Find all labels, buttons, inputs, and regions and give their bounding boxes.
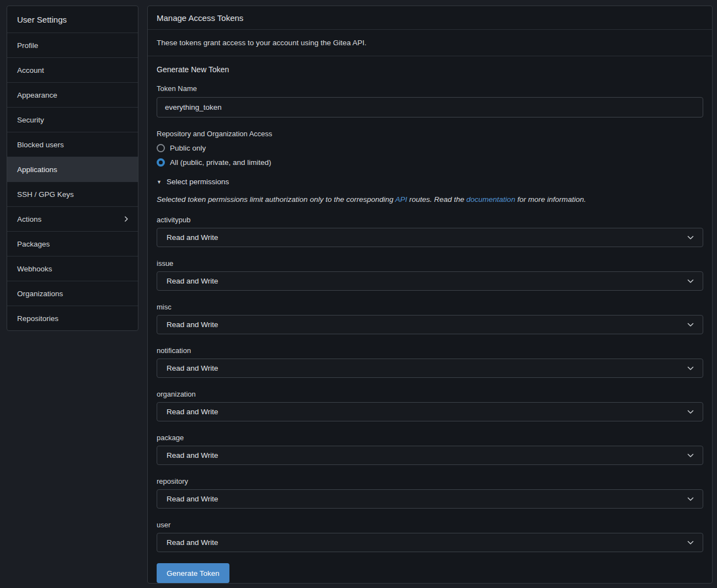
sidebar-item-account[interactable]: Account <box>7 57 138 82</box>
sidebar-item-appearance[interactable]: Appearance <box>7 82 138 107</box>
scope-group-issue: issue Read and Write <box>157 259 703 291</box>
sidebar-item-profile[interactable]: Profile <box>7 33 138 57</box>
radio-icon <box>157 144 165 152</box>
scope-select-repository[interactable]: Read and Write <box>157 489 703 509</box>
sidebar-item-label: Security <box>17 116 44 124</box>
scope-label: user <box>157 521 703 529</box>
radio-label: All (public, private, and limited) <box>170 158 271 167</box>
chevron-down-icon <box>687 541 694 545</box>
scope-select-misc[interactable]: Read and Write <box>157 315 703 334</box>
scope-select-activitypub[interactable]: Read and Write <box>157 228 703 247</box>
sidebar-item-label: SSH / GPG Keys <box>17 190 74 199</box>
selected-option: Read and Write <box>167 408 218 416</box>
chevron-down-icon <box>687 323 694 327</box>
sidebar-item-label: Organizations <box>17 290 63 298</box>
select-permissions-label: Select permissions <box>167 178 229 186</box>
token-name-label: Token Name <box>157 84 703 93</box>
chevron-down-icon <box>687 236 694 240</box>
chevron-down-icon <box>687 366 694 371</box>
selected-option: Read and Write <box>167 320 218 329</box>
selected-option: Read and Write <box>167 277 218 285</box>
radio-public-only[interactable]: Public only <box>157 144 703 152</box>
scope-select-organization[interactable]: Read and Write <box>157 402 703 421</box>
generate-token-button[interactable]: Generate Token <box>157 563 229 583</box>
sidebar-item-label: Packages <box>17 240 50 248</box>
sidebar-item-ssh-gpg-keys[interactable]: SSH / GPG Keys <box>7 181 138 206</box>
sidebar-item-label: Webhooks <box>17 265 52 273</box>
scope-label: issue <box>157 259 703 268</box>
chevron-down-icon <box>687 497 694 501</box>
sidebar-item-applications[interactable]: Applications <box>7 157 138 181</box>
scope-label: notification <box>157 346 703 355</box>
scope-label: organization <box>157 390 703 398</box>
sidebar-item-actions[interactable]: Actions <box>7 206 138 231</box>
scope-group-misc: misc Read and Write <box>157 303 703 334</box>
scope-group-notification: notification Read and Write <box>157 346 703 378</box>
radio-all-access[interactable]: All (public, private, and limited) <box>157 158 703 167</box>
scope-group-repository: repository Read and Write <box>157 477 703 509</box>
radio-selected-icon <box>157 158 165 167</box>
sidebar-item-label: Appearance <box>17 91 57 99</box>
settings-sidebar: User Settings Profile Account Appearance… <box>7 6 138 331</box>
chevron-right-icon <box>124 216 129 222</box>
scope-label: activitypub <box>157 216 703 224</box>
sidebar-item-label: Account <box>17 66 44 74</box>
scope-group-organization: organization Read and Write <box>157 390 703 421</box>
selected-option: Read and Write <box>167 538 218 547</box>
sidebar-item-label: Blocked users <box>17 141 64 149</box>
scope-select-package[interactable]: Read and Write <box>157 446 703 465</box>
scope-group-user: user Read and Write <box>157 521 703 552</box>
documentation-link[interactable]: documentation <box>467 195 516 204</box>
token-name-input[interactable] <box>157 97 703 117</box>
scope-group-activitypub: activitypub Read and Write <box>157 216 703 247</box>
sidebar-item-organizations[interactable]: Organizations <box>7 281 138 306</box>
selected-option: Read and Write <box>167 451 218 459</box>
manage-access-tokens-panel: Manage Access Tokens These tokens grant … <box>147 6 713 584</box>
access-scope-label: Repository and Organization Access <box>157 130 703 138</box>
chevron-down-icon <box>687 279 694 284</box>
sidebar-item-label: Actions <box>17 215 41 223</box>
sidebar-title: User Settings <box>7 6 138 33</box>
scope-select-user[interactable]: Read and Write <box>157 533 703 552</box>
sidebar-item-label: Profile <box>17 41 38 50</box>
selected-option: Read and Write <box>167 364 218 372</box>
sidebar-item-label: Applications <box>17 165 57 174</box>
chevron-down-icon <box>687 453 694 458</box>
chevron-down-icon <box>687 410 694 414</box>
select-permissions-toggle[interactable]: ▼ Select permissions <box>157 178 703 186</box>
scope-select-notification[interactable]: Read and Write <box>157 359 703 378</box>
sidebar-item-webhooks[interactable]: Webhooks <box>7 256 138 281</box>
scope-group-package: package Read and Write <box>157 434 703 465</box>
radio-label: Public only <box>170 144 206 152</box>
note-text: routes. Read the <box>407 195 466 204</box>
panel-description: These tokens grant access to your accoun… <box>148 30 712 56</box>
api-link[interactable]: API <box>395 195 407 204</box>
sidebar-item-blocked-users[interactable]: Blocked users <box>7 132 138 157</box>
page-title: Manage Access Tokens <box>148 6 712 30</box>
selected-option: Read and Write <box>167 495 218 503</box>
scope-select-issue[interactable]: Read and Write <box>157 271 703 291</box>
selected-option: Read and Write <box>167 233 218 242</box>
sidebar-item-repositories[interactable]: Repositories <box>7 306 138 330</box>
note-text: Selected token permissions limit authori… <box>157 195 395 204</box>
scope-label: misc <box>157 303 703 311</box>
scope-label: package <box>157 434 703 442</box>
permissions-note: Selected token permissions limit authori… <box>157 195 703 204</box>
section-title: Generate New Token <box>157 65 703 74</box>
sidebar-item-security[interactable]: Security <box>7 107 138 132</box>
sidebar-item-packages[interactable]: Packages <box>7 231 138 256</box>
scope-label: repository <box>157 477 703 485</box>
generate-token-form: Generate New Token Token Name Repository… <box>148 56 712 588</box>
caret-down-icon: ▼ <box>157 179 162 185</box>
note-text: for more information. <box>515 195 586 204</box>
sidebar-item-label: Repositories <box>17 314 58 323</box>
